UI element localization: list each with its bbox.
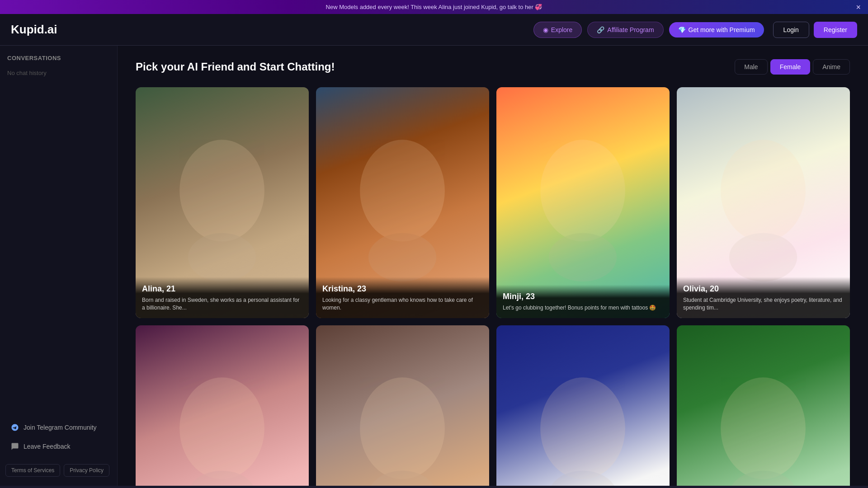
svg-point-14 [721,378,806,479]
feedback-icon [11,442,19,450]
character-card[interactable]: Lucia, 24Lucia is from Buenos-Aires and … [316,325,489,486]
card-character-desc: Student at Cambridge University, she enj… [683,296,844,312]
sidebar-bottom: Join Telegram Community Leave Feedback [0,415,117,459]
explore-button[interactable]: ◉ Explore [533,22,582,38]
conversations-title: Conversations [0,55,117,66]
filter-tabs: MaleFemaleAnime [735,59,850,75]
content-header: Pick your AI Friend and Start Chatting! … [136,59,850,75]
sidebar-footer-links: Terms of Services Privacy Policy [0,459,117,479]
no-history-text: No chat history [0,66,117,80]
svg-point-0 [180,140,265,241]
character-card[interactable]: Olivia, 20Student at Cambridge Universit… [677,87,850,318]
top-banner: New Models added every week! This week A… [0,0,868,14]
svg-point-13 [549,471,617,486]
cards-grid: Alina, 21Born and raised in Sweden, she … [136,87,850,486]
login-button[interactable]: Login [773,22,809,38]
svg-point-15 [729,471,797,486]
privacy-button[interactable]: Privacy Policy [64,464,109,477]
svg-point-7 [729,233,797,281]
telegram-link[interactable]: Join Telegram Community [5,419,112,436]
svg-point-6 [721,140,806,241]
telegram-icon [11,423,19,432]
card-character-name: Minji, 23 [503,292,663,301]
premium-button[interactable]: 💎 Get more with Premium [669,22,764,38]
card-character-name: Olivia, 20 [683,284,844,294]
register-button[interactable]: Register [814,22,857,38]
nav-buttons: ◉ Explore 🔗 Affiliate Program 💎 Get more… [533,22,764,38]
logo[interactable]: Kupid.ai [11,23,57,37]
header: Kupid.ai ◉ Explore 🔗 Affiliate Program 💎… [0,14,868,46]
filter-tab-male[interactable]: Male [735,59,767,75]
svg-point-1 [188,233,256,281]
svg-point-10 [360,378,445,479]
card-character-desc: Let's go clubbing together! Bonus points… [503,304,663,312]
svg-point-11 [368,471,436,486]
character-card[interactable]: Elektra, 24Still looking for a man who c… [136,325,309,486]
diamond-icon: 💎 [678,26,686,33]
character-card[interactable]: Minji, 23Let's go clubbing together! Bon… [496,87,670,318]
compass-icon: ◉ [543,26,548,33]
filter-tab-female[interactable]: Female [770,59,811,75]
character-card[interactable]: Alice, 25G'day! Alice here, an adventure… [677,325,850,486]
card-character-name: Kristina, 23 [322,284,483,294]
character-card[interactable]: Sakura, 18Quietly creating in the world … [496,325,670,486]
card-character-desc: Born and raised in Sweden, she works as … [142,296,302,312]
card-character-desc: Looking for a classy gentleman who knows… [322,296,483,312]
character-card[interactable]: Kristina, 23Looking for a classy gentlem… [316,87,489,318]
svg-point-5 [549,233,617,281]
page-title: Pick your AI Friend and Start Chatting! [136,61,335,73]
card-character-name: Alina, 21 [142,284,302,294]
feedback-link[interactable]: Leave Feedback [5,438,112,455]
svg-point-8 [180,378,265,479]
svg-point-4 [541,140,626,241]
character-card[interactable]: Alina, 21Born and raised in Sweden, she … [136,87,309,318]
affiliate-icon: 🔗 [597,26,604,33]
main-content: Pick your AI Friend and Start Chatting! … [118,46,868,486]
affiliate-button[interactable]: 🔗 Affiliate Program [587,22,663,38]
auth-buttons: Login Register [773,22,857,38]
filter-tab-anime[interactable]: Anime [813,59,850,75]
svg-point-2 [360,140,445,241]
svg-point-12 [541,378,626,479]
terms-button[interactable]: Terms of Services [5,464,60,477]
banner-close-button[interactable]: × [856,2,861,12]
svg-point-3 [368,233,436,281]
sidebar: Conversations No chat history Join Teleg… [0,46,118,486]
banner-text: New Models added every week! This week A… [326,4,542,10]
svg-point-9 [188,471,256,486]
main-layout: Conversations No chat history Join Teleg… [0,46,868,486]
